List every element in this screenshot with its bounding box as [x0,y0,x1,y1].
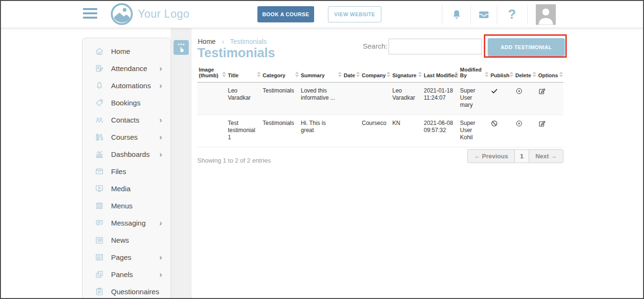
publish-blocked-icon[interactable] [491,120,498,127]
sidebar-item-pages[interactable]: Pages› [82,248,171,266]
chevron-right-icon: › [159,133,162,141]
sort-icon [418,72,422,77]
cell-modified-by: Super User mary [459,82,489,115]
entries-count-text: Showing 1 to 2 of 2 entries [197,157,271,164]
sidebar-item-label: Home [111,47,162,55]
page-number-button[interactable]: 1 [515,150,529,163]
search-input[interactable] [388,39,482,54]
sidebar-item-files[interactable]: Files [82,163,171,180]
automations-icon [95,81,104,90]
cell-signature: KN [391,115,422,147]
page-title: Testimonials [197,46,275,61]
col-options[interactable]: Options [537,64,563,82]
sort-icon [387,72,390,77]
cell-image [197,115,226,147]
sidebar-item-home[interactable]: Home [82,42,171,60]
previous-page-button[interactable]: ← Previous [468,150,515,163]
col-last-modified[interactable]: Last Modified [422,64,459,82]
help-icon[interactable]: ? [502,5,521,24]
messaging-icon [95,218,104,227]
sidebar-item-media[interactable]: Media [82,180,171,197]
col-delete[interactable]: Delete [514,64,537,82]
delete-icon[interactable] [515,87,523,95]
pagination: ← Previous 1 Next → [467,149,563,163]
col-company[interactable]: Company [360,64,391,82]
cell-summary: Hi. This is great [299,115,342,147]
breadcrumb-current: Testimonials [230,38,267,45]
book-a-course-button[interactable]: BOOK A COURSE [257,6,314,22]
sidebar-item-news[interactable]: News [82,231,171,248]
sidebar-item-label: Bookings [111,99,162,107]
view-website-button[interactable]: VIEW WEBSITE [328,6,381,22]
breadcrumb-home-link[interactable]: Home [198,38,215,45]
col-signature[interactable]: Signature [391,64,422,82]
sort-icon [338,72,342,77]
chevron-right-icon: › [159,253,162,261]
sidebar-item-label: Attendance [111,64,159,72]
sort-icon [356,72,360,77]
chevron-right-icon: › [159,150,162,158]
sort-icon [510,72,513,77]
col-category[interactable]: Category [261,64,299,82]
notifications-bell-icon[interactable] [447,5,466,24]
sidebar-item-menus[interactable]: Menus [82,197,171,214]
edit-options-icon[interactable] [538,87,546,95]
cell-category: Testimonials [261,115,299,147]
media-icon [95,184,104,193]
add-testimonial-button[interactable]: ADD TESTIMONIAL [488,38,565,56]
sidebar-item-label: Pages [111,253,159,261]
sort-icon [295,72,299,77]
col-image[interactable]: Image (thumb) [197,64,226,82]
sidebar-item-questionnaires[interactable]: Questionnaires [82,283,171,299]
sidebar-item-bookings[interactable]: Bookings [82,94,171,111]
hamburger-menu-icon[interactable] [83,8,97,21]
sidebar-item-label: Menus [111,202,162,210]
col-title[interactable]: Title [226,64,261,82]
user-avatar[interactable] [536,4,556,25]
cell-company: Courseco [360,115,391,147]
attendance-icon [95,64,104,73]
col-modified-by[interactable]: Modified By [459,64,489,82]
inbox-icon[interactable] [474,5,493,24]
testimonials-table: Image (thumb) Title Category Summary Dat… [197,64,563,176]
sidebar-item-label: Files [111,167,162,175]
sidebar-item-label: Messaging [111,219,159,227]
delete-icon[interactable] [515,120,523,127]
header-divider [470,5,471,24]
quick-action-hand-icon[interactable] [174,40,189,55]
cell-last-modified: 2021-01-18 11:24:07 [422,82,459,115]
sidebar-item-label: Courses [111,133,159,141]
sidebar-item-label: Questionnaires [111,288,162,296]
sidebar-item-contacts[interactable]: Contacts› [82,111,171,128]
sidebar-item-messaging[interactable]: Messaging› [82,214,171,231]
table-row: Leo Varadkar Testimonials Loved this inf… [197,82,563,115]
col-summary[interactable]: Summary [299,64,342,82]
table-row: Test testimonial 1 Testimonials Hi. This… [197,115,563,147]
dashboards-icon [95,150,104,159]
menus-icon [95,201,104,210]
col-date[interactable]: Date [342,64,360,82]
sidebar-item-panels[interactable]: Panels› [82,266,171,283]
sidebar-item-attendance[interactable]: Attendance› [82,60,171,77]
sidebar-item-automations[interactable]: Automations› [82,77,171,94]
sort-icon [222,72,226,77]
next-page-button[interactable]: Next → [529,150,563,163]
chevron-right-icon: › [159,82,162,90]
breadcrumb: Home › Testimonials [198,38,267,45]
sidebar-item-label: Media [111,185,162,193]
logo[interactable]: Your Logo [111,3,190,25]
sidebar-item-courses[interactable]: Courses› [82,128,171,145]
news-icon [95,236,104,245]
publish-check-icon[interactable] [491,87,498,95]
edit-options-icon[interactable] [538,120,546,128]
questionnaires-icon [95,287,104,296]
sidebar-item-label: News [111,236,162,244]
chevron-right-icon: › [159,64,162,72]
files-icon [95,167,104,176]
sidebar-item-dashboards[interactable]: Dashboards› [82,145,171,163]
cell-title: Leo Varadkar [226,82,261,115]
header-divider [442,5,442,24]
top-bar: Your Logo BOOK A COURSE VIEW WEBSITE ? [1,1,643,28]
home-icon [95,47,104,56]
col-publish[interactable]: Publish [489,64,514,82]
